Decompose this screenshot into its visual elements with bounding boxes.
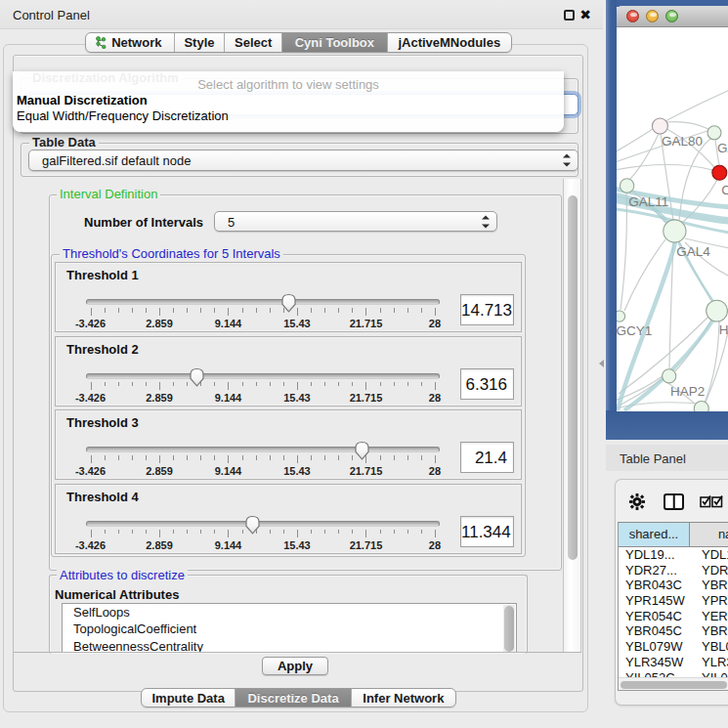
number-of-intervals-label: Number of Intervals <box>84 215 203 230</box>
threshold-value-field[interactable]: 21.4 <box>460 442 514 473</box>
slider-tick <box>338 530 339 535</box>
splitter-collapse-icon[interactable] <box>599 360 604 367</box>
slider-track[interactable] <box>86 447 440 452</box>
tab-network[interactable]: Network <box>86 33 174 52</box>
table-row[interactable]: YBR045CYBR04 <box>619 623 728 639</box>
node-table[interactable]: shared...na YDL19...YDL19YDR27...YDR27YB… <box>618 522 728 690</box>
scrollbar-thumb[interactable] <box>504 606 514 652</box>
slider-tick-label: 21.715 <box>350 392 383 404</box>
apply-button[interactable]: Apply <box>262 657 328 675</box>
network-edge[interactable] <box>624 239 665 311</box>
network-node-GA[interactable] <box>707 126 721 140</box>
network-node-node[interactable] <box>694 402 708 412</box>
slider-tick <box>242 308 243 313</box>
network-node-GAL4[interactable] <box>664 220 686 242</box>
table-column-header[interactable]: na <box>690 523 728 547</box>
network-graph: GAL80GACGAL11GAL4GCY1HHAP2 <box>617 27 728 411</box>
table-row[interactable]: YLR345WYLR34 <box>619 655 728 670</box>
table-row[interactable]: YER054CYER05 <box>619 609 728 624</box>
table-row[interactable]: YBL079WYBL07 <box>619 639 728 655</box>
table-row[interactable]: YPR145WYPR14 <box>619 593 728 609</box>
network-node-C[interactable] <box>712 165 727 180</box>
table-cell: YLR345W <box>619 655 693 670</box>
list-item[interactable]: SelfLoops <box>63 604 516 621</box>
scrollbar-thumb[interactable] <box>568 195 578 560</box>
slider-tick <box>187 382 188 387</box>
network-edge[interactable] <box>679 138 711 220</box>
threshold-value-field[interactable]: 6.316 <box>460 368 514 400</box>
slider-tick <box>214 455 215 460</box>
zoom-traffic-light-icon[interactable] <box>665 10 678 22</box>
split-table-icon[interactable] <box>664 493 684 510</box>
slider-track[interactable] <box>86 299 440 305</box>
threshold-value-field[interactable]: 14.713 <box>460 294 514 325</box>
network-node-GAL11[interactable] <box>620 179 633 193</box>
checkbox-icon[interactable] <box>711 494 724 508</box>
tab-discretize-data[interactable]: Discretize Data <box>235 689 350 707</box>
slider-tick <box>159 308 160 316</box>
network-edge[interactable] <box>617 129 653 152</box>
number-of-intervals-combobox[interactable]: 5 <box>214 211 497 232</box>
network-edge[interactable] <box>666 122 708 129</box>
network-icon <box>96 36 107 49</box>
tab-select[interactable]: Select <box>224 33 281 52</box>
threshold-value-field[interactable]: 11.344 <box>460 516 514 547</box>
slider-tick <box>407 530 408 535</box>
network-node-HAP2[interactable] <box>663 369 676 383</box>
network-node-H[interactable] <box>707 300 728 321</box>
slider-thumb[interactable] <box>280 293 297 313</box>
slider-tick <box>365 530 366 537</box>
tab-impute-data[interactable]: Impute Data <box>142 689 235 707</box>
list-item[interactable]: TopologicalCoefficient <box>63 621 516 637</box>
slider-track[interactable] <box>86 521 440 527</box>
panel-scrollbar[interactable] <box>563 179 581 653</box>
close-icon[interactable]: ✖ <box>578 5 593 24</box>
minimize-traffic-light-icon[interactable] <box>646 10 659 22</box>
close-traffic-light-icon[interactable] <box>626 10 639 22</box>
network-node-GAL80[interactable] <box>652 118 667 134</box>
slider-thumb[interactable] <box>189 367 205 387</box>
dropdown-item-manual-discretization[interactable]: Manual Discretization <box>17 93 148 107</box>
float-window-icon[interactable] <box>564 10 575 21</box>
network-edge[interactable] <box>705 321 719 403</box>
network-node-label: GAL4 <box>676 244 710 259</box>
tab-label: Select <box>235 35 272 50</box>
slider-tick <box>324 530 325 535</box>
dropdown-item-equal-width[interactable]: Equal Width/Frequency Discretization <box>17 108 229 123</box>
network-canvas[interactable]: GAL80GACGAL11GAL4GCY1HHAP2 <box>617 27 728 411</box>
slider-track[interactable] <box>86 373 440 379</box>
thresholds-title: Threshold's Coordinates for 5 Intervals <box>60 247 283 261</box>
table-cell: YDL19 <box>693 547 728 563</box>
slider-tick <box>91 382 92 390</box>
slider-tick <box>146 455 147 460</box>
slider-tick-label: 2.859 <box>146 318 173 329</box>
table-column-header[interactable]: shared... <box>619 523 690 547</box>
table-row[interactable]: YBR043CYBR04 <box>619 578 728 593</box>
tab-cyni-toolbox[interactable]: Cyni Toolbox <box>281 33 387 52</box>
list-item[interactable]: BetweennessCentrality <box>63 638 516 653</box>
network-edge[interactable] <box>665 90 728 121</box>
dropdown-hint-item[interactable]: Select algorithm to view settings <box>13 77 564 92</box>
slider-thumb[interactable] <box>354 441 370 460</box>
tab-jactivemnodules[interactable]: jActiveMNodules <box>387 33 511 52</box>
slider-tick <box>380 455 381 460</box>
table-row[interactable]: YDL19...YDL19 <box>619 547 728 563</box>
scrollbar-thumb[interactable] <box>621 681 727 690</box>
network-node-label: HAP2 <box>670 384 705 399</box>
slider-thumb[interactable] <box>244 515 261 535</box>
table-horizontal-scrollbar[interactable] <box>619 677 728 690</box>
attributes-list-scrollbar[interactable] <box>503 605 515 653</box>
tab-style[interactable]: Style <box>174 33 225 52</box>
network-node-GCY1[interactable] <box>617 311 625 321</box>
slider-tick <box>242 455 243 460</box>
table-data-combobox[interactable]: galFiltered.sif default node <box>28 150 578 171</box>
tab-infer-network[interactable]: Infer Network <box>351 689 455 707</box>
table-row[interactable]: YDR27...YDR27 <box>619 563 728 578</box>
slider-tick-label: 28 <box>429 539 441 551</box>
table-cell: YBL079W <box>619 639 693 655</box>
gear-icon[interactable] <box>629 493 645 514</box>
slider-tick-label: 21.715 <box>350 539 383 551</box>
network-window-frame <box>606 0 617 440</box>
table-cell: YBR04 <box>693 578 728 593</box>
attributes-list[interactable]: SelfLoopsTopologicalCoefficientBetweenne… <box>62 603 517 653</box>
